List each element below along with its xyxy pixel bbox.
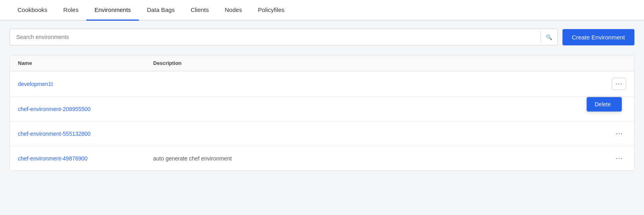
table-row: chef-environment-208955500 ··· <box>10 97 634 121</box>
more-button-chef-555132800[interactable]: ··· <box>613 128 626 139</box>
tab-policyfiles[interactable]: Policyfiles <box>250 0 292 21</box>
tab-nodes[interactable]: Nodes <box>217 0 250 21</box>
table-row: chef-environment-555132800 ··· <box>10 121 634 146</box>
tab-cookbooks[interactable]: Cookbooks <box>10 0 55 21</box>
table-header: Name Description <box>10 55 634 71</box>
search-input[interactable] <box>10 29 541 45</box>
env-link-chef-49876900[interactable]: chef-environment-49876900 <box>18 155 153 162</box>
search-button[interactable]: 🔍 <box>541 31 557 43</box>
environments-table: Name Description developmen1t ··· Delete… <box>10 55 634 171</box>
create-environment-button[interactable]: Create Environment <box>562 29 634 45</box>
table-row: chef-environment-49876900 auto generate … <box>10 146 634 170</box>
search-create-row: 🔍 Create Environment <box>10 29 634 45</box>
tab-roles[interactable]: Roles <box>55 0 86 21</box>
col-header-name: Name <box>18 60 153 66</box>
more-button-chef-49876900[interactable]: ··· <box>613 152 626 164</box>
delete-button-developmen1t[interactable]: Delete <box>587 97 622 111</box>
env-link-chef-555132800[interactable]: chef-environment-555132800 <box>18 131 153 137</box>
row-actions-developmen1t: ··· Delete <box>612 78 626 90</box>
search-wrapper: 🔍 <box>10 29 558 45</box>
env-desc-chef-49876900: auto generate chef environment <box>153 155 602 162</box>
col-header-description: Description <box>153 60 602 66</box>
search-icon: 🔍 <box>546 34 553 40</box>
dropdown-popup-developmen1t: Delete <box>586 97 622 112</box>
tab-databags[interactable]: Data Bags <box>139 0 183 21</box>
table-row: developmen1t ··· Delete <box>10 71 634 97</box>
tabs-bar: Cookbooks Roles Environments Data Bags C… <box>0 0 644 21</box>
more-button-developmen1t[interactable]: ··· <box>612 78 626 90</box>
env-link-chef-208955500[interactable]: chef-environment-208955500 <box>18 106 153 112</box>
main-content: 🔍 Create Environment Name Description de… <box>0 21 644 179</box>
tab-clients[interactable]: Clients <box>183 0 217 21</box>
tab-environments[interactable]: Environments <box>86 0 139 21</box>
env-link-developmen1t[interactable]: developmen1t <box>18 81 153 87</box>
